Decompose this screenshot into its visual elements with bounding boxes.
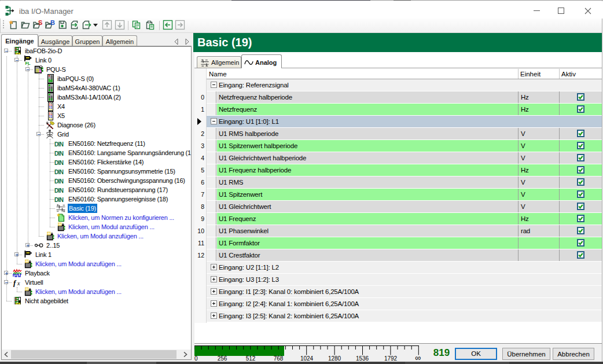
svg-text:DIN: DIN — [54, 187, 64, 194]
svg-text:S: S — [36, 68, 39, 73]
svg-text:DIN: DIN — [54, 197, 64, 203]
svg-text:DIN: DIN — [54, 160, 64, 166]
svg-text:FL: FL — [25, 61, 31, 66]
svg-text:DIN: DIN — [54, 178, 64, 185]
svg-text:B: B — [50, 20, 55, 26]
svg-text:DIN: DIN — [54, 150, 64, 157]
svg-text:S: S — [38, 20, 42, 26]
svg-text:x: x — [17, 280, 20, 286]
svg-text:DIN: DIN — [54, 169, 64, 175]
svg-text:f: f — [13, 278, 17, 287]
svg-text:DIN: DIN — [54, 141, 64, 148]
